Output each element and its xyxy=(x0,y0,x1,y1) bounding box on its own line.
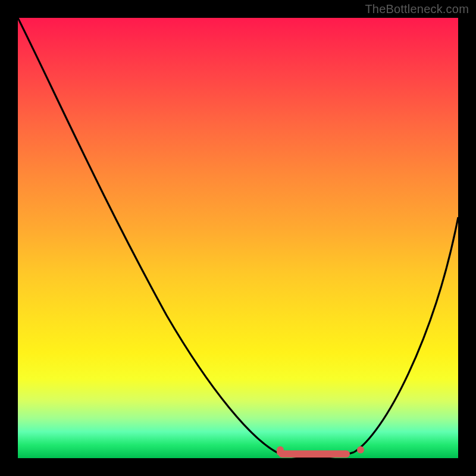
highlight-range-bar xyxy=(278,450,350,458)
curve-layer xyxy=(18,18,458,458)
watermark-text: TheBottleneck.com xyxy=(365,2,469,16)
highlight-end-dot xyxy=(357,446,364,453)
curve-left xyxy=(18,18,283,455)
plot-area xyxy=(18,18,458,458)
curve-right xyxy=(354,217,458,452)
